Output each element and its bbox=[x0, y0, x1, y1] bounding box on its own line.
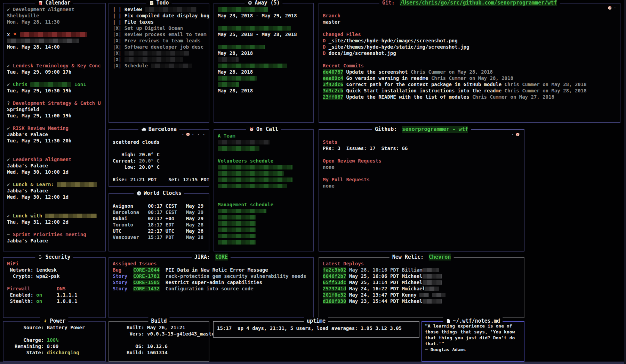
text-segment: on bbox=[36, 298, 42, 304]
text-segment: Set up Digital Ocean bbox=[125, 25, 183, 31]
text-line: | | File taxes bbox=[109, 19, 209, 25]
text-segment bbox=[42, 292, 57, 298]
lightning-icon bbox=[43, 318, 48, 324]
text-line: Jabba's Palace bbox=[3, 163, 105, 169]
text-line: Story CORE-1585 Restrict super-admin cap… bbox=[109, 279, 313, 286]
redacted-text bbox=[218, 57, 239, 62]
text-segment: Tue, May 29, 11:00 19h bbox=[7, 113, 71, 118]
text-segment: ✔ bbox=[7, 63, 13, 68]
text-segment: Chris Cummer on May 27, 2018 bbox=[469, 94, 554, 100]
panel-body: ✔ Development AlignmentShelbyvilleMon, M… bbox=[3, 3, 105, 244]
text-line bbox=[214, 19, 313, 25]
panel-title: Power bbox=[40, 317, 68, 324]
text-line bbox=[123, 337, 209, 343]
text-segment: Correct path for the context package in … bbox=[346, 82, 501, 87]
text-line: those things that says, 'You know bbox=[422, 329, 524, 335]
text-segment: OS: 10.12.6 bbox=[127, 344, 168, 349]
alarm-clock-icon bbox=[249, 127, 254, 132]
text-line: Story CORE-1781 rack-protection gem secu… bbox=[109, 273, 313, 279]
text-segment: May 23, 2018 - May 29, 2018 bbox=[218, 13, 297, 18]
text-line: Build: 16G1314 bbox=[123, 349, 209, 356]
text-segment: · · · bbox=[192, 132, 205, 137]
redacted-text bbox=[218, 221, 256, 226]
text-segment: de40787 bbox=[323, 69, 343, 75]
text-line: fa2c3b02 May 28, 10:16 PDT Billiam bbox=[319, 267, 524, 273]
text-segment: Stealth: bbox=[7, 298, 36, 304]
text-segment: Git: bbox=[382, 0, 398, 6]
text-line bbox=[214, 170, 313, 176]
text-segment: Open Review Requests bbox=[323, 158, 382, 164]
popcorn-icon bbox=[38, 0, 43, 6]
text-line bbox=[214, 56, 313, 63]
panel-body: | | Review | | Fix compiled date display… bbox=[109, 3, 209, 69]
panel-title: JIRA: CORE bbox=[192, 254, 231, 260]
text-line: that thing you just did? Don't do bbox=[422, 335, 524, 341]
text-segment: RISK Review Meeting bbox=[13, 125, 69, 131]
text-segment: May 23, 15:44 PDT Michael bbox=[349, 298, 423, 304]
text-segment: Todo bbox=[156, 0, 169, 6]
text-segment: 20.0° C bbox=[139, 158, 160, 164]
text-line bbox=[214, 145, 313, 151]
redacted-text bbox=[432, 293, 446, 297]
redacted-text bbox=[218, 184, 287, 188]
text-line: | | Review bbox=[109, 6, 209, 13]
text-line bbox=[3, 38, 105, 44]
text-segment: 100% bbox=[47, 337, 59, 343]
text-segment bbox=[346, 292, 349, 298]
text-segment: Springfield bbox=[7, 107, 39, 112]
text-line: none bbox=[319, 164, 524, 170]
text-segment: Lunch with bbox=[13, 213, 45, 218]
text-segment: File taxes bbox=[125, 19, 154, 25]
panel-body: WiFi Network: Lendesk Crypto: wpa2-pskFi… bbox=[3, 258, 105, 304]
text-line: Open Review Requests bbox=[319, 158, 524, 164]
panel-uptime: uptime15:17 up 4 days, 21:31, 5 users, l… bbox=[213, 321, 419, 338]
text-segment: Mon, May 28, 11:30 bbox=[7, 19, 60, 25]
text-segment: ✔ bbox=[7, 182, 13, 187]
text-segment: 2573741d bbox=[323, 286, 346, 291]
text-line: Mon, May 28, 11:30 bbox=[3, 19, 105, 25]
clown-icon bbox=[607, 5, 612, 10]
text-line: |X| Schedule bbox=[109, 63, 209, 69]
text-line bbox=[3, 56, 105, 63]
text-line: |X| Set up Digital Ocean bbox=[109, 25, 209, 31]
text-segment: ~ bbox=[7, 232, 13, 237]
text-segment: Changed Files bbox=[323, 32, 361, 37]
text-segment: Configuration into source code bbox=[166, 286, 254, 291]
text-segment: Development Alignment bbox=[13, 7, 74, 12]
text-segment: Story bbox=[113, 273, 127, 279]
text-line: Firewall DNS bbox=[3, 286, 105, 292]
text-segment: May 28, 2018 bbox=[218, 69, 253, 75]
text-line: May 28, 2018 bbox=[214, 50, 313, 56]
text-segment: Tue, May 29, 09:00 17h bbox=[7, 69, 71, 75]
text-line: D _site/themes/hyde-hyde/images/screensh… bbox=[319, 38, 620, 44]
text-segment: UTC 22:17 UTC May 28 bbox=[113, 228, 203, 234]
text-segment: Github: bbox=[375, 126, 400, 133]
text-segment: PII Data in New Relic Error Message bbox=[166, 267, 268, 273]
text-line: Remaining: 8:09 bbox=[11, 343, 105, 349]
text-line bbox=[3, 25, 105, 31]
panel-power: Power Source: Battery Power Charge: 100%… bbox=[3, 321, 106, 362]
text-line: Charge: 100% bbox=[11, 337, 105, 343]
text-segment: Lendesk Terminology & Key Conc bbox=[13, 63, 101, 68]
panel-title: World Clocks bbox=[134, 190, 184, 197]
text-line bbox=[214, 139, 313, 145]
panel-body: “A learning experience is one ofthose th… bbox=[422, 322, 524, 353]
panel-title: Build bbox=[148, 317, 169, 324]
text-segment bbox=[160, 286, 166, 291]
text-line: Barcelona 00:17 CEST May 29 bbox=[109, 209, 209, 215]
terminal-screen: Calendar✔ Development AlignmentShelbyvil… bbox=[0, 0, 626, 364]
text-segment: May 28, 10:16 PDT Billiam bbox=[349, 267, 423, 273]
text-line: Source: Battery Power bbox=[11, 324, 105, 331]
text-segment: May 25, 13:14 PDT Michael bbox=[349, 280, 423, 285]
alien-icon bbox=[247, 0, 252, 6]
text-segment: Wed, May 30, 12:00 1d bbox=[7, 194, 69, 200]
text-line bbox=[3, 279, 105, 286]
text-segment: Tue, May 29, 10:30 19h bbox=[7, 88, 71, 93]
text-line bbox=[3, 200, 105, 206]
text-line: May 28, 2018 bbox=[214, 88, 313, 94]
text-segment: Story bbox=[113, 286, 127, 291]
text-segment: World Clocks bbox=[144, 190, 181, 197]
text-line: May 23, 2018 - May 29, 2018 bbox=[214, 13, 313, 19]
text-line: Tue, May 29, 11:30 20h bbox=[3, 138, 105, 144]
text-segment: Remaining: 8:09 bbox=[15, 344, 58, 349]
